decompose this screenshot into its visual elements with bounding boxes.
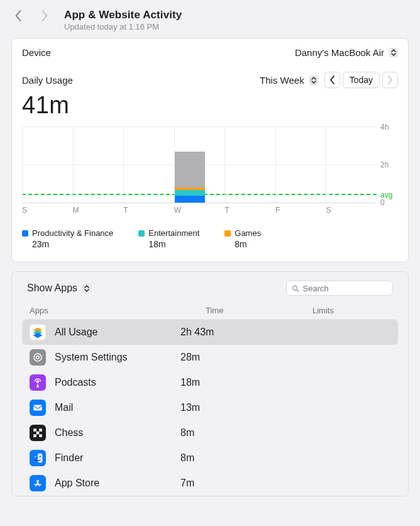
chart-x-axis: SMTWTFS	[22, 206, 398, 215]
app-name: All Usage	[55, 327, 97, 338]
page-title: App & Website Activity	[64, 9, 409, 21]
x-axis-tick: S	[22, 206, 73, 215]
search-field[interactable]	[286, 281, 393, 296]
search-icon	[292, 284, 299, 293]
svg-point-12	[35, 456, 36, 457]
legend-item: Entertainment18m	[138, 228, 199, 249]
app-time: 7m	[180, 478, 287, 489]
app-name: System Settings	[55, 352, 128, 363]
legend-swatch	[22, 230, 28, 237]
app-name: Chess	[55, 427, 83, 439]
x-axis-tick: S	[326, 206, 377, 215]
chess-icon	[30, 425, 46, 441]
app-time: 2h 43m	[180, 327, 287, 338]
legend-time: 8m	[235, 239, 261, 249]
chevron-right-icon	[387, 76, 393, 84]
search-input[interactable]	[303, 284, 388, 293]
svg-point-1	[34, 354, 41, 361]
stack-icon	[30, 324, 46, 340]
list-column-headers: Apps Time Limits	[22, 302, 398, 320]
apps-list-panel: Show Apps Apps Time Limits All Usage2h 4…	[11, 271, 409, 496]
x-axis-tick: T	[123, 206, 174, 215]
legend-time: 23m	[32, 239, 113, 249]
app-row[interactable]: System Settings28m	[22, 345, 398, 370]
list-filter-selector[interactable]: Show Apps	[27, 283, 91, 294]
svg-point-3	[36, 380, 40, 383]
avg-label: avg	[380, 191, 392, 199]
today-button[interactable]: Today	[343, 72, 380, 88]
svg-point-2	[36, 356, 40, 359]
app-row[interactable]: Podcasts18m	[22, 370, 398, 395]
up-down-chevron-icon	[82, 284, 91, 293]
app-row[interactable]: Finder8m	[22, 445, 398, 471]
legend-name: Entertainment	[148, 228, 199, 238]
app-time: 8m	[180, 427, 287, 439]
usage-panel: Device Danny's MacBook Air Daily Usage T…	[11, 38, 409, 262]
legend-swatch	[138, 230, 145, 237]
y-axis-tick: 0	[380, 198, 385, 207]
app-name: Podcasts	[55, 377, 96, 388]
today-label: Today	[350, 75, 373, 85]
app-name: App Store	[55, 478, 99, 489]
app-time: 13m	[180, 402, 287, 413]
svg-point-13	[40, 456, 41, 457]
svg-rect-4	[33, 405, 42, 411]
list-filter-label: Show Apps	[27, 283, 77, 294]
page-subtitle: Updated today at 1:16 PM	[64, 22, 409, 31]
period-value: This Week	[260, 75, 304, 86]
app-row[interactable]: Chess8m	[22, 420, 398, 445]
chevron-left-icon	[14, 10, 22, 21]
svg-rect-5	[33, 428, 36, 432]
period-selector[interactable]: This Week	[260, 75, 318, 86]
legend-time: 18m	[148, 239, 199, 249]
nav-forward-button[interactable]	[38, 9, 52, 23]
legend-item: Productivity & Finance23m	[22, 228, 113, 249]
x-axis-tick: F	[275, 206, 326, 215]
legend-name: Games	[235, 228, 261, 238]
column-apps[interactable]: Apps	[30, 306, 206, 315]
podcast-icon	[30, 374, 46, 391]
svg-rect-7	[36, 432, 40, 435]
nav-back-button[interactable]	[11, 9, 25, 23]
device-value: Danny's MacBook Air	[295, 47, 384, 58]
app-row[interactable]: Mail13m	[22, 395, 398, 420]
next-period-button[interactable]	[382, 72, 398, 88]
app-time: 8m	[180, 452, 287, 464]
daily-usage-label: Daily Usage	[22, 75, 73, 86]
up-down-chevron-icon	[389, 48, 398, 57]
app-name: Finder	[55, 452, 83, 464]
svg-rect-6	[39, 428, 42, 432]
chevron-left-icon	[329, 76, 335, 84]
appstore-icon	[30, 475, 46, 491]
device-selector[interactable]: Danny's MacBook Air	[295, 47, 398, 58]
y-axis-tick: 4h	[380, 123, 389, 132]
previous-period-button[interactable]	[324, 72, 340, 88]
app-row[interactable]: All Usage2h 43m	[22, 320, 398, 345]
up-down-chevron-icon	[309, 76, 318, 85]
app-time: 28m	[180, 352, 287, 363]
legend-item: Games8m	[224, 228, 261, 249]
chevron-right-icon	[41, 10, 48, 21]
app-name: Mail	[55, 402, 73, 413]
mail-icon	[30, 400, 46, 416]
svg-rect-9	[39, 434, 42, 437]
gear-icon	[30, 349, 46, 366]
usage-chart: 02h4havg	[22, 128, 398, 203]
svg-rect-8	[33, 434, 36, 437]
chart-legend: Productivity & Finance23mEntertainment18…	[22, 228, 398, 249]
x-axis-tick: M	[73, 206, 124, 215]
app-row[interactable]: App Store7m	[22, 471, 398, 496]
finder-icon	[30, 450, 46, 466]
y-axis-tick: 2h	[380, 160, 389, 169]
device-label: Device	[22, 47, 51, 58]
column-limits[interactable]: Limits	[312, 306, 390, 315]
column-time[interactable]: Time	[206, 306, 312, 315]
legend-name: Productivity & Finance	[32, 228, 113, 238]
legend-swatch	[224, 230, 231, 237]
app-time: 18m	[180, 377, 287, 388]
svg-rect-11	[38, 454, 43, 463]
x-axis-tick: W	[174, 206, 225, 215]
x-axis-tick: T	[224, 206, 275, 215]
total-usage-value: 41m	[22, 92, 398, 119]
